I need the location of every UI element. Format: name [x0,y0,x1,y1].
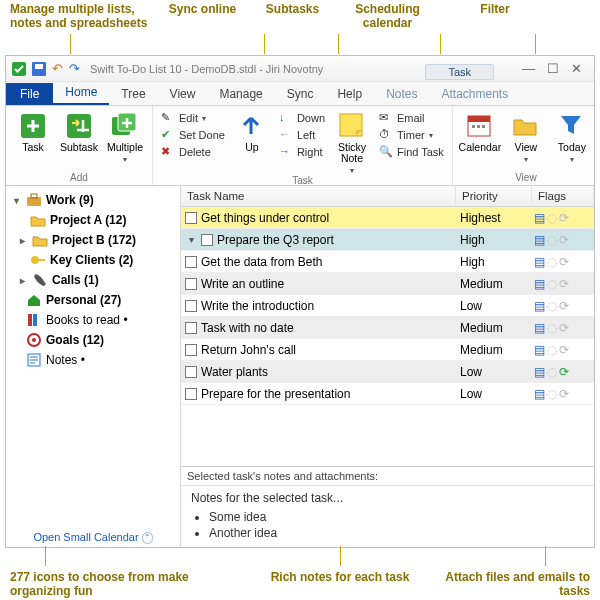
add-multiple-button[interactable]: Multiple ▾ [104,110,146,164]
sticky-note-button[interactable]: Sticky Note ▾ [331,110,373,175]
tree-personal[interactable]: ▸ Personal (27) [8,290,178,310]
note-flag-icon: ▤ [534,299,545,313]
task-row[interactable]: Get things under controlHighest▤◌⟳ [181,207,594,229]
plus-icon [19,112,47,140]
expand-icon[interactable]: ▾ [185,234,197,245]
undo-icon[interactable]: ↶ [52,61,63,76]
tab-manage[interactable]: Manage [207,83,274,105]
col-flags[interactable]: Flags [532,186,594,206]
chevron-down-icon: ▾ [570,155,574,164]
multiple-icon [111,112,139,140]
task-checkbox[interactable] [185,366,197,378]
task-name: Prepare for the presentation [201,387,350,401]
move-up-button[interactable]: Up [231,110,273,153]
task-flags[interactable]: ▤◌⟳ [532,387,594,401]
task-flags[interactable]: ▤◌⟳ [532,211,594,225]
task-name: Prepare the Q3 report [217,233,334,247]
flag-icon: ◌ [547,387,557,401]
search-icon: 🔍 [379,145,393,159]
tab-attachments[interactable]: Attachments [430,83,521,105]
task-row[interactable]: Return John's callMedium▤◌⟳ [181,339,594,361]
tree-project-a[interactable]: Project A (12) [8,210,178,230]
redo-icon[interactable]: ↷ [69,61,80,76]
recur-flag-icon: ⟳ [559,233,569,247]
tab-help[interactable]: Help [325,83,374,105]
tab-tree[interactable]: Tree [109,83,157,105]
add-task-button[interactable]: Task [12,110,54,153]
tree-notes[interactable]: ▸ Notes • [8,350,178,370]
task-row[interactable]: Write the introductionLow▤◌⟳ [181,295,594,317]
svg-rect-2 [35,64,43,69]
task-name: Write the introduction [201,299,314,313]
tab-sync[interactable]: Sync [275,83,326,105]
tree-goals[interactable]: ▸ Goals (12) [8,330,178,350]
tab-home[interactable]: Home [53,81,109,105]
note-flag-icon: ▤ [534,365,545,379]
tab-notes[interactable]: Notes [374,83,429,105]
col-priority[interactable]: Priority [456,186,532,206]
file-menu[interactable]: File [6,83,53,105]
set-done-button[interactable]: ✔Set Done [159,127,227,143]
save-icon[interactable] [32,62,46,76]
recur-flag-icon: ⟳ [559,365,569,379]
task-flags[interactable]: ▤◌⟳ [532,365,594,379]
task-checkbox[interactable] [185,278,197,290]
tree-work[interactable]: ▾ Work (9) [8,190,178,210]
tree-key-clients[interactable]: Key Clients (2) [8,250,178,270]
expand-icon[interactable]: ▾ [10,195,22,206]
task-row[interactable]: Water plantsLow▤◌⟳ [181,361,594,383]
notes-line: Notes for the selected task... [191,490,584,506]
add-subtask-button[interactable]: Subtask [58,110,100,153]
close-icon[interactable]: ✕ [571,61,582,76]
task-checkbox[interactable] [185,256,197,268]
task-row[interactable]: ▾Prepare the Q3 reportHigh▤◌⟳ [181,229,594,251]
edit-button[interactable]: ✎Edit ▾ [159,110,227,126]
task-row[interactable]: Task with no dateMedium▤◌⟳ [181,317,594,339]
task-row[interactable]: Write an outlineMedium▤◌⟳ [181,273,594,295]
recur-flag-icon: ⟳ [559,299,569,313]
tree-project-b[interactable]: ▸ Project B (172) [8,230,178,250]
tree-calls[interactable]: ▸ Calls (1) [8,270,178,290]
timer-button[interactable]: ⏱Timer ▾ [377,127,446,143]
flag-icon: ◌ [547,321,557,335]
calendar-button[interactable]: Calendar [459,110,501,153]
key-icon [30,252,46,268]
task-flags[interactable]: ▤◌⟳ [532,343,594,357]
task-row[interactable]: Get the data from BethHigh▤◌⟳ [181,251,594,273]
context-tab-task[interactable]: Task [425,64,494,80]
task-checkbox[interactable] [185,388,197,400]
task-checkbox[interactable] [185,212,197,224]
expand-icon[interactable]: ▸ [16,275,28,286]
task-checkbox[interactable] [185,300,197,312]
view-button[interactable]: View ▾ [505,110,547,164]
notes-body[interactable]: Notes for the selected task... Some idea… [181,485,594,547]
col-task-name[interactable]: Task Name [181,186,456,206]
task-checkbox[interactable] [185,322,197,334]
delete-button[interactable]: ✖Delete [159,144,227,160]
task-flags[interactable]: ▤◌⟳ [532,299,594,313]
email-button[interactable]: ✉Email [377,110,446,126]
find-task-button[interactable]: 🔍Find Task [377,144,446,160]
task-row[interactable]: Prepare for the presentationLow▤◌⟳ [181,383,594,405]
tree-books[interactable]: ▸ Books to read • [8,310,178,330]
note-flag-icon: ▤ [534,387,545,401]
move-right-button[interactable]: →Right [277,144,327,160]
today-button[interactable]: Today ▾ [551,110,593,164]
task-flags[interactable]: ▤◌⟳ [532,277,594,291]
task-checkbox[interactable] [185,344,197,356]
task-checkbox[interactable] [201,234,213,246]
task-priority: Low [456,365,532,379]
maximize-icon[interactable]: ☐ [547,61,559,76]
ribbon-tabs: File Home Tree View Manage Sync Help Not… [6,82,594,106]
move-left-button[interactable]: ←Left [277,127,327,143]
task-flags[interactable]: ▤◌⟳ [532,255,594,269]
tab-view[interactable]: View [158,83,208,105]
task-flags[interactable]: ▤◌⟳ [532,233,594,247]
flag-icon: ◌ [547,365,557,379]
move-down-button[interactable]: ↓Down [277,110,327,126]
task-name: Get things under control [201,211,329,225]
expand-icon[interactable]: ▸ [16,235,28,246]
open-small-calendar-link[interactable]: Open Small Calendar ˄ [6,531,180,543]
minimize-icon[interactable]: — [522,61,535,76]
task-flags[interactable]: ▤◌⟳ [532,321,594,335]
